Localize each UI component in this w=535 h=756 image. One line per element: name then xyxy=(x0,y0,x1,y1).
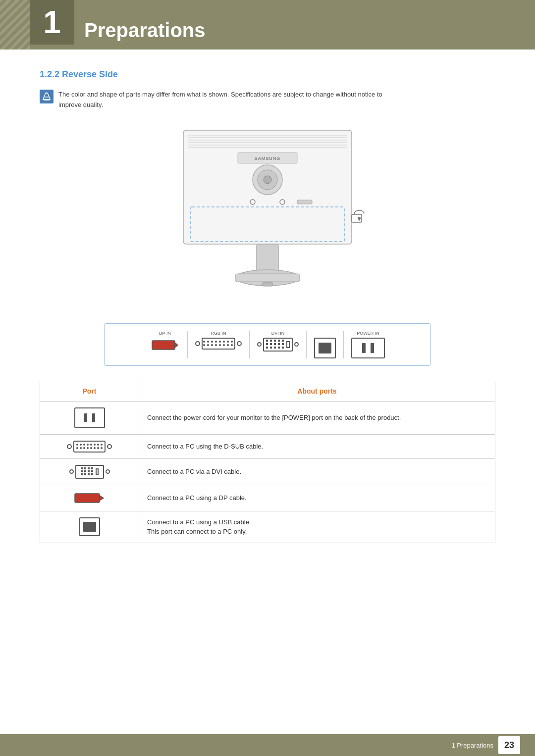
desc-cell-usb: Connect to a PC using a USB cable.This p… xyxy=(139,511,495,543)
power-icon-cell xyxy=(48,407,131,428)
footer-page-number: 23 xyxy=(498,736,520,754)
dvi-port-icon xyxy=(257,338,299,352)
svg-rect-27 xyxy=(75,494,100,503)
divider3 xyxy=(306,331,307,358)
port-group-dp: DP IN xyxy=(150,331,180,358)
table-row: Connect to a PC via a DVI cable. xyxy=(40,458,495,485)
note-icon xyxy=(40,90,54,103)
chapter-number-block: 1 xyxy=(30,0,74,45)
rgb-port-icon xyxy=(195,338,242,350)
usb1-label xyxy=(324,331,326,336)
note-text: The color and shape of parts may differ … xyxy=(58,90,405,110)
header-banner: 1 Preparations xyxy=(0,0,535,50)
table-row: Connect the power cord for your monitor … xyxy=(40,401,495,434)
ports-row: DP IN RGB IN xyxy=(104,323,431,366)
table-header-port: Port xyxy=(40,381,139,401)
dsub-icon-cell xyxy=(48,441,131,453)
chapter-title: Preparations xyxy=(84,19,206,42)
table-row: Connect to a PC using a DP cable. xyxy=(40,485,495,511)
svg-rect-21 xyxy=(263,282,272,286)
port-cell-dp xyxy=(40,485,139,511)
dvi-icon-cell xyxy=(48,465,131,479)
port-cell-dvi xyxy=(40,458,139,485)
chapter-number: 1 xyxy=(43,6,61,38)
usb1-port-icon xyxy=(314,338,336,358)
svg-rect-20 xyxy=(235,274,300,282)
dp-table-icon xyxy=(73,491,107,505)
dp-icon-cell xyxy=(48,491,131,505)
stripe-decoration xyxy=(0,0,30,50)
svg-point-13 xyxy=(264,176,271,184)
desc-cell-dp: Connect to a PC using a DP cable. xyxy=(139,485,495,511)
divider xyxy=(187,331,188,358)
monitor-diagram: SAMSUNG xyxy=(104,125,431,323)
divider2 xyxy=(249,331,250,358)
power-label: POWER IN xyxy=(357,331,379,336)
port-group-power: POWER IN xyxy=(351,331,385,358)
power-port-icon xyxy=(351,338,385,358)
svg-marker-28 xyxy=(100,496,104,501)
usb-icon-cell xyxy=(48,517,131,536)
port-group-usb1 xyxy=(314,331,336,358)
ports-table: Port About ports Connect the power cord … xyxy=(40,381,495,543)
port-group-rgb: RGB IN xyxy=(195,331,242,358)
footer: 1 Preparations 23 xyxy=(0,734,535,756)
port-cell-usb xyxy=(40,511,139,543)
table-row: Connect to a PC using a USB cable.This p… xyxy=(40,511,495,543)
svg-marker-26 xyxy=(175,343,178,348)
dvi-label: DVI IN xyxy=(271,331,285,336)
divider4 xyxy=(343,331,344,358)
svg-rect-25 xyxy=(152,341,175,350)
table-header-about: About ports xyxy=(139,381,495,401)
rgb-label: RGB IN xyxy=(211,331,226,336)
footer-section-text: 1 Preparations xyxy=(451,742,493,749)
note-box: The color and shape of parts may differ … xyxy=(40,90,495,110)
section-heading: 1.2.2 Reverse Side xyxy=(40,69,495,80)
desc-cell-dvi: Connect to a PC via a DVI cable. xyxy=(139,458,495,485)
port-group-dvi: DVI IN xyxy=(257,331,299,358)
desc-cell-dsub: Connect to a PC using the D-SUB cable. xyxy=(139,434,495,458)
table-row: Connect to a PC using the D-SUB cable. xyxy=(40,434,495,458)
desc-cell-power: Connect the power cord for your monitor … xyxy=(139,401,495,434)
port-cell-dsub xyxy=(40,434,139,458)
port-cell-power xyxy=(40,401,139,434)
dp-label: DP IN xyxy=(159,331,171,336)
svg-rect-16 xyxy=(297,200,312,204)
main-content: 1.2.2 Reverse Side The color and shape o… xyxy=(0,50,535,583)
diagram-container: SAMSUNG xyxy=(40,125,495,366)
dp-port-icon xyxy=(150,338,180,353)
svg-text:SAMSUNG: SAMSUNG xyxy=(255,156,281,161)
svg-rect-18 xyxy=(257,244,278,274)
